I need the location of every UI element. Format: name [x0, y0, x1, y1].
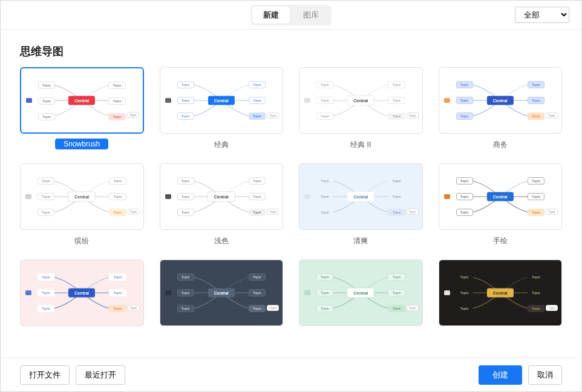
topic-node: Topic	[177, 289, 194, 296]
topic-node: Topic	[528, 177, 544, 185]
tab-gallery[interactable]: 图库	[292, 7, 330, 24]
topic-node-accent: Topic	[249, 305, 266, 312]
topic-node: Topic	[456, 273, 473, 281]
template-thumbnail: CentralTopicTopicTopicTopicTopicTopicTop…	[299, 67, 423, 134]
template-item[interactable]: CentralTopicTopicTopicTopicTopicTopicTop…	[20, 163, 144, 247]
central-node: Central	[68, 192, 96, 202]
topic-node: Topic	[456, 289, 473, 296]
topic-node: Topic	[388, 193, 405, 200]
create-button[interactable]: 创建	[479, 365, 522, 385]
topic-node: Topic	[249, 289, 266, 296]
collapse-dot-icon	[25, 290, 31, 295]
template-item[interactable]: CentralTopicTopicTopicTopicTopicTopicTop…	[299, 67, 423, 151]
topic-node: Topic	[177, 113, 194, 120]
template-thumbnail: CentralTopicTopicTopicTopicTopicTopicTop…	[20, 67, 144, 134]
tab-new[interactable]: 新建	[252, 7, 290, 24]
topic-node: Topic	[177, 209, 194, 216]
topic-node: Topic	[388, 97, 405, 104]
sub-node: Topic	[407, 209, 419, 215]
recent-button[interactable]: 最近打开	[76, 365, 125, 385]
collapse-dot-icon	[25, 194, 31, 199]
collapse-dot-icon	[444, 194, 450, 199]
open-file-button[interactable]: 打开文件	[20, 365, 70, 385]
template-thumbnail: CentralTopicTopicTopicTopicTopicTopicTop…	[160, 260, 284, 326]
central-node: Central	[208, 96, 235, 105]
sub-node: Topic	[546, 209, 558, 215]
topic-node: Topic	[316, 97, 333, 104]
template-label: 缤纷	[66, 235, 97, 247]
topic-node: Topic	[456, 113, 473, 120]
template-item[interactable]: CentralTopicTopicTopicTopicTopicTopicTop…	[299, 163, 423, 247]
topic-node: Topic	[316, 209, 333, 216]
sub-node: Topic	[407, 305, 419, 311]
topic-node: Topic	[388, 273, 405, 281]
sub-node: Topic	[127, 112, 139, 118]
template-label: 商务	[485, 139, 516, 151]
topic-node: Topic	[316, 305, 333, 312]
collapse-dot-icon	[304, 194, 310, 199]
template-item[interactable]: CentralTopicTopicTopicTopicTopicTopicTop…	[160, 260, 284, 333]
topic-node: Topic	[528, 97, 544, 104]
topic-node: Topic	[177, 177, 194, 185]
topic-node: Topic	[249, 193, 266, 200]
template-item[interactable]: CentralTopicTopicTopicTopicTopicTopicTop…	[439, 163, 563, 247]
template-label: 经典 II	[342, 139, 379, 151]
template-item[interactable]: CentralTopicTopicTopicTopicTopicTopicTop…	[439, 67, 563, 151]
topic-node: Topic	[528, 81, 544, 88]
template-label: 手绘	[485, 235, 516, 247]
category-select[interactable]: 全部	[515, 7, 569, 23]
central-node: Central	[68, 289, 95, 298]
topic-node-accent: Topic	[108, 113, 125, 120]
central-node: Central	[208, 192, 235, 202]
template-label: Snowbrush	[55, 139, 108, 149]
topic-node: Topic	[177, 305, 194, 312]
category-filter: 全部	[515, 7, 569, 23]
sub-node: Topic	[546, 305, 558, 311]
cancel-button[interactable]: 取消	[528, 365, 562, 385]
new-document-dialog: 新建 图库 全部 思维导图 CentralTopicTopicTopicTopi…	[0, 0, 582, 392]
topic-node: Topic	[109, 193, 126, 200]
topic-node: Topic	[109, 289, 126, 296]
template-content: 思维导图 CentralTopicTopicTopicTopicTopicTop…	[1, 30, 581, 358]
topic-node: Topic	[108, 97, 125, 105]
topic-node: Topic	[528, 289, 544, 296]
topic-node: Topic	[388, 81, 405, 88]
template-label: 浅色	[206, 235, 237, 247]
topic-node-accent: Topic	[249, 113, 266, 120]
footer: 打开文件 最近打开 创建 取消	[1, 358, 581, 391]
topic-node: Topic	[38, 82, 55, 89]
topic-node: Topic	[388, 177, 405, 185]
template-label: 经典	[206, 139, 237, 151]
template-thumbnail: CentralTopicTopicTopicTopicTopicTopicTop…	[20, 163, 144, 230]
topic-node: Topic	[456, 193, 473, 200]
collapse-dot-icon	[444, 290, 450, 295]
template-thumbnail: CentralTopicTopicTopicTopicTopicTopicTop…	[160, 163, 284, 230]
topic-node-accent: Topic	[528, 113, 544, 120]
central-node: Central	[347, 288, 374, 298]
topic-node: Topic	[177, 97, 194, 104]
template-item[interactable]: CentralTopicTopicTopicTopicTopicTopicTop…	[439, 260, 563, 333]
topic-node: Topic	[388, 289, 405, 296]
template-item[interactable]: CentralTopicTopicTopicTopicTopicTopicTop…	[160, 67, 284, 151]
topic-node: Topic	[456, 97, 473, 104]
central-node: Central	[487, 192, 514, 201]
topic-node: Topic	[528, 193, 544, 200]
template-item[interactable]: CentralTopicTopicTopicTopicTopicTopicTop…	[299, 260, 423, 333]
topic-node-accent: Topic	[388, 113, 405, 120]
central-node: Central	[487, 96, 514, 105]
central-node: Central	[347, 192, 374, 202]
template-item[interactable]: CentralTopicTopicTopicTopicTopicTopicTop…	[160, 163, 284, 247]
topic-node-accent: Topic	[388, 305, 405, 312]
topic-node: Topic	[316, 81, 333, 88]
topic-node-accent: Topic	[109, 209, 126, 216]
topic-node: Topic	[177, 81, 194, 88]
template-item[interactable]: CentralTopicTopicTopicTopicTopicTopicTop…	[20, 67, 144, 151]
topic-node: Topic	[316, 113, 333, 120]
template-item[interactable]: CentralTopicTopicTopicTopicTopicTopicTop…	[20, 260, 144, 333]
topic-node-accent: Topic	[109, 305, 126, 312]
topic-node: Topic	[38, 193, 54, 200]
topic-node: Topic	[38, 113, 55, 120]
template-thumbnail: CentralTopicTopicTopicTopicTopicTopicTop…	[20, 260, 144, 326]
topic-node: Topic	[249, 97, 266, 104]
topic-node: Topic	[109, 177, 126, 185]
